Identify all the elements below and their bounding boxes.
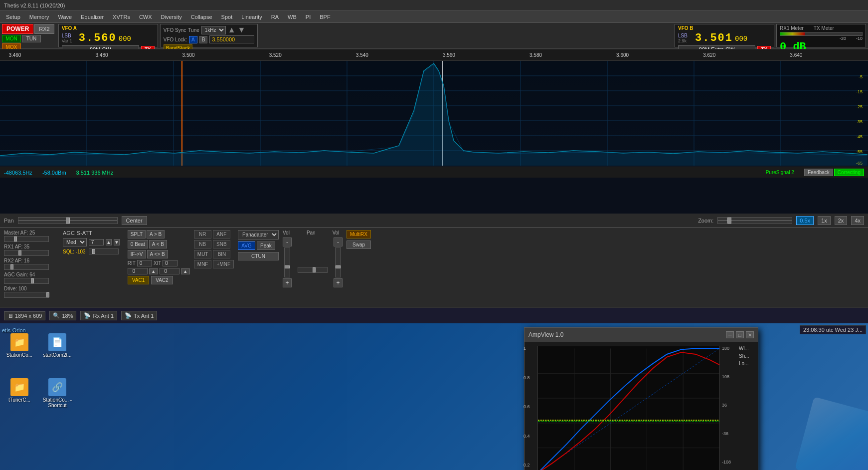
zoom-2x-button[interactable]: 2x: [835, 216, 848, 225]
menu-item-equalizer[interactable]: Equalizer: [77, 13, 108, 21]
vfo-lock-b-button[interactable]: B: [199, 36, 208, 43]
split-button[interactable]: SPLT: [128, 230, 146, 238]
correcting-button[interactable]: Correcting: [834, 169, 864, 176]
mnf-button[interactable]: MNF: [194, 260, 212, 268]
tune-up-arrow[interactable]: ▲: [228, 25, 236, 34]
desktop-icon-1[interactable]: 📄 startCom2t...: [40, 333, 75, 358]
vfo-lock-a-button[interactable]: A: [189, 36, 197, 43]
avg-button[interactable]: AVG: [238, 241, 255, 250]
beat-button[interactable]: 0 Beat: [128, 240, 148, 248]
tune-step-select[interactable]: 1kHz: [201, 26, 226, 34]
y-label-06: 0.6: [523, 404, 530, 409]
taskbar-rx-ant[interactable]: 📡 Rx Ant 1: [80, 311, 117, 320]
desktop-icon-label-0: StationCo...: [6, 352, 32, 358]
mon-button[interactable]: MON: [2, 35, 21, 42]
ctun-button[interactable]: CTUN: [238, 252, 279, 260]
xit-up[interactable]: ▲: [181, 268, 190, 274]
vol2-plus[interactable]: +: [334, 278, 343, 287]
ampview-minimize[interactable]: ─: [726, 331, 734, 338]
taskbar-zoom[interactable]: 🔍 18%: [49, 311, 76, 320]
agc-mode-select[interactable]: Med Fast Slow: [63, 238, 87, 246]
peak-button[interactable]: Peak: [257, 241, 275, 250]
agc-up-btn[interactable]: ▲: [106, 239, 112, 245]
agc-down-btn[interactable]: ▼: [114, 239, 120, 245]
vol1-minus[interactable]: -: [283, 237, 292, 246]
rx2-button[interactable]: RX2: [34, 24, 54, 34]
menu-item-linearity[interactable]: Linearity: [237, 13, 266, 21]
a-to-b-button[interactable]: A > B: [147, 230, 165, 238]
vol1-slider[interactable]: [284, 247, 290, 277]
swap-button[interactable]: Swap: [347, 240, 371, 249]
agc-gain-slider[interactable]: [4, 278, 49, 284]
zoom-1x-button[interactable]: 1x: [818, 216, 831, 225]
master-af-slider[interactable]: [4, 236, 49, 242]
menu-item-cwx[interactable]: CWX: [135, 13, 156, 21]
drive-slider[interactable]: [4, 292, 49, 298]
panadapter-select[interactable]: Panadapter: [238, 230, 279, 239]
vol2-minus[interactable]: -: [334, 237, 343, 246]
vfo-a-frequency[interactable]: 3.560: [79, 32, 117, 44]
tun-button[interactable]: TUN: [22, 35, 41, 42]
menu-item-wb[interactable]: WB: [284, 13, 301, 21]
sh-label: Sh...: [739, 353, 754, 359]
rx1-af-slider[interactable]: [4, 250, 49, 256]
taskbar-tx-ant[interactable]: 📡 Tx Ant 1: [121, 311, 157, 320]
plusmnf-button[interactable]: +MNF: [213, 260, 234, 268]
snb-button[interactable]: SNB: [213, 240, 230, 248]
menu-item-diversity[interactable]: Diversity: [157, 13, 186, 21]
nb-button[interactable]: NB: [194, 240, 211, 248]
power-button[interactable]: POWER: [2, 24, 33, 34]
vfo-b-frequency[interactable]: 3.501: [695, 32, 733, 44]
menu-item-collapse[interactable]: Collapse: [187, 13, 216, 21]
vfo-b-mode: LSB: [678, 33, 693, 38]
tune-down-arrow[interactable]: ▼: [238, 25, 246, 34]
taskbar-resolution[interactable]: 🖥 1894 x 609: [4, 311, 45, 320]
xit-value[interactable]: [163, 260, 177, 266]
rit-up[interactable]: ▲: [149, 268, 158, 274]
desktop-icon-2[interactable]: 📁 tTunerC...: [2, 378, 37, 403]
vac2-button[interactable]: VAC2: [151, 276, 173, 284]
menu-item-memory[interactable]: Memory: [25, 13, 53, 21]
zoom-4x-button[interactable]: 4x: [851, 216, 864, 225]
menu-item-ra[interactable]: RA: [267, 13, 283, 21]
agc-value-spinbox[interactable]: [89, 239, 104, 245]
vfo-lock-freq-input[interactable]: [209, 35, 254, 43]
menu-item-xvtrs[interactable]: XVTRs: [109, 13, 134, 21]
multirx-button[interactable]: MultiRX: [347, 230, 371, 238]
ampview-maximize[interactable]: □: [736, 331, 744, 338]
desktop-icon-0[interactable]: 📁 StationCo...: [2, 333, 37, 358]
zoom-05x-button[interactable]: 0.5x: [796, 216, 814, 225]
menu-item-setup[interactable]: Setup: [2, 13, 24, 21]
vol1-plus[interactable]: +: [283, 278, 292, 287]
ab-swap-button[interactable]: A <> B: [147, 250, 168, 258]
anf-button[interactable]: ANF: [213, 230, 230, 238]
desktop-icon-img-0: 📁: [10, 333, 28, 351]
rit-value[interactable]: [137, 260, 152, 266]
rit-spinbox[interactable]: [128, 268, 148, 274]
agc-label-row: AGC S-ATT: [63, 230, 120, 236]
if-v-button[interactable]: IF->V: [128, 250, 146, 258]
a-less-b-button[interactable]: A < B: [149, 240, 167, 248]
mut-button[interactable]: MUT: [194, 250, 212, 258]
vol2-slider[interactable]: [335, 247, 341, 277]
desktop-icon-3[interactable]: 🔗 StationCo... - Shortcut: [40, 378, 75, 408]
bin-button[interactable]: BIN: [213, 250, 230, 258]
xit-spinbox[interactable]: [160, 268, 179, 274]
menu-item-bpf[interactable]: BPF: [316, 13, 334, 21]
menu-item-wave[interactable]: Wave: [54, 13, 76, 21]
menu-item-spot[interactable]: Spot: [217, 13, 237, 21]
vac1-button[interactable]: VAC1: [128, 276, 149, 284]
nr-button[interactable]: NR: [194, 230, 211, 238]
center-button[interactable]: Center: [122, 216, 147, 225]
rx2-af-slider[interactable]: [4, 264, 49, 270]
menu-item-pi[interactable]: PI: [302, 13, 315, 21]
pan-slider[interactable]: [18, 217, 118, 224]
vfo-sync-title: VFO Sync: [164, 27, 186, 33]
pan-ctrl-slider[interactable]: [298, 267, 328, 273]
feedback-button[interactable]: Feedback: [804, 169, 833, 176]
vol-pan-labels: Vol Pan Vol: [283, 230, 343, 235]
zoom-slider[interactable]: [717, 217, 792, 224]
sql-slider[interactable]: [89, 248, 119, 254]
satt-label: S-ATT: [77, 230, 92, 236]
ampview-close[interactable]: ✕: [746, 331, 754, 338]
